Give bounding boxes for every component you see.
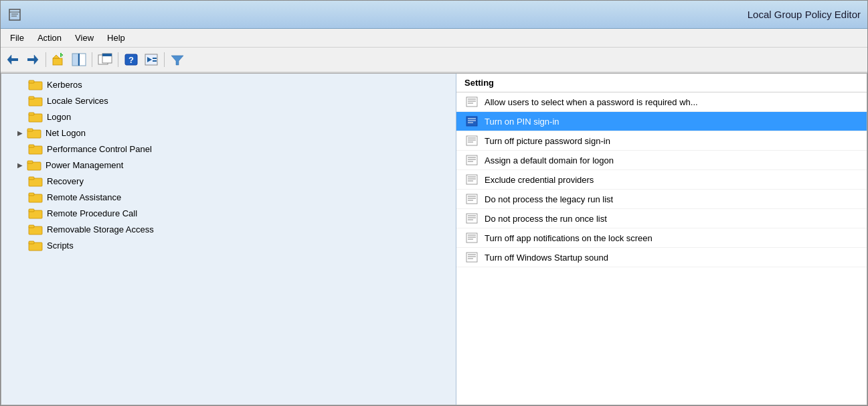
filter-button[interactable] — [168, 50, 187, 69]
svg-rect-7 — [27, 58, 34, 61]
tree-item-logon[interactable]: Logon — [1, 109, 456, 125]
show-hide-button[interactable] — [70, 50, 88, 69]
menu-file[interactable]: File — [3, 31, 31, 45]
main-window: Local Group Policy Editor File Action Vi… — [0, 0, 868, 406]
tree-item-remote-procedure[interactable]: Remote Procedure Call — [1, 205, 456, 221]
setting-label-legacy-run: Do not process the legacy run list — [485, 194, 613, 204]
svg-rect-5 — [11, 58, 18, 61]
svg-rect-51 — [466, 117, 477, 126]
folder-up-button[interactable] — [50, 50, 68, 69]
svg-rect-47 — [466, 97, 477, 107]
setting-turn-off-picture[interactable]: Turn off picture password sign-in — [456, 131, 867, 151]
tree-item-remote-procedure-label: Remote Procedure Call — [47, 208, 137, 218]
menu-help[interactable]: Help — [100, 31, 132, 45]
svg-rect-79 — [466, 253, 477, 262]
toolbar-sep-4 — [164, 52, 165, 67]
tree-item-remote-assistance-label: Remote Assistance — [47, 192, 121, 202]
svg-marker-9 — [53, 55, 60, 58]
tree-item-removable-storage[interactable]: Removable Storage Access — [1, 221, 456, 237]
cmd-mode-button[interactable] — [142, 50, 161, 69]
svg-rect-59 — [466, 155, 477, 165]
setting-label-credential: Exclude credential providers — [485, 175, 594, 185]
app-icon — [7, 7, 22, 22]
tree-item-power-management[interactable]: ▶ Power Management — [1, 157, 456, 173]
setting-legacy-run[interactable]: Do not process the legacy run list — [456, 190, 867, 209]
title-bar: Local Group Policy Editor — [1, 1, 867, 29]
help-button[interactable]: ? — [122, 50, 141, 69]
svg-rect-26 — [29, 80, 34, 83]
tree-item-net-logon-label: Net Logon — [46, 128, 86, 138]
window-title: Local Group Policy Editor — [27, 9, 861, 20]
setting-label-picture: Turn off picture password sign-in — [485, 136, 610, 146]
setting-allow-users-password[interactable]: Allow users to select when a password is… — [456, 92, 867, 112]
setting-assign-default-domain[interactable]: Assign a default domain for logon — [456, 151, 867, 170]
content-area: Kerberos Locale Services Log — [1, 73, 867, 405]
setting-icon-legacy-run — [464, 193, 479, 205]
svg-rect-75 — [466, 233, 477, 243]
menu-view[interactable]: View — [68, 31, 100, 45]
new-window-button[interactable] — [96, 50, 114, 69]
tree-item-remote-assistance[interactable]: Remote Assistance — [1, 189, 456, 205]
svg-rect-67 — [466, 194, 477, 204]
forward-button[interactable] — [23, 50, 42, 69]
setting-startup-sound[interactable]: Turn off Windows Startup sound — [456, 248, 867, 267]
svg-rect-32 — [27, 129, 33, 131]
tree-item-locale-services[interactable]: Locale Services — [1, 92, 456, 109]
setting-icon-domain — [464, 154, 479, 166]
tree-item-recovery[interactable]: Recovery — [1, 173, 456, 189]
tree-item-kerberos[interactable]: Kerberos — [1, 76, 456, 92]
right-pane-header: Setting — [456, 74, 867, 92]
setting-icon-startup-sound — [464, 251, 479, 263]
tree-arrow-net-logon: ▶ — [15, 127, 25, 138]
svg-rect-40 — [29, 193, 34, 196]
svg-marker-4 — [7, 55, 11, 64]
tree-item-power-management-label: Power Management — [46, 160, 123, 170]
setting-icon-notifications — [464, 232, 479, 244]
tree-area[interactable]: Kerberos Locale Services Log — [1, 74, 456, 405]
menu-bar: File Action View Help — [1, 29, 867, 48]
svg-rect-22 — [153, 58, 157, 59]
svg-rect-44 — [29, 225, 34, 228]
tree-item-performance-label: Performance Control Panel — [47, 144, 152, 154]
right-pane[interactable]: Setting Allow users to select when a pas… — [456, 74, 867, 405]
toolbar-sep-3 — [118, 52, 118, 67]
toolbar: ? — [1, 48, 867, 73]
svg-marker-24 — [171, 56, 183, 65]
tree-item-performance[interactable]: Performance Control Panel — [1, 141, 456, 157]
tree-item-kerberos-label: Kerberos — [47, 80, 82, 90]
tree-item-logon-label: Logon — [47, 112, 71, 122]
tree-item-scripts-label: Scripts — [47, 241, 74, 251]
setting-icon-pin — [464, 115, 479, 127]
back-button[interactable] — [3, 50, 22, 69]
setting-exclude-credential[interactable]: Exclude credential providers — [456, 170, 867, 190]
svg-rect-34 — [29, 145, 34, 147]
settings-list: Allow users to select when a password is… — [456, 92, 867, 267]
setting-label-run-once: Do not process the run once list — [485, 214, 607, 224]
svg-rect-30 — [29, 113, 34, 115]
tree-item-recovery-label: Recovery — [47, 176, 84, 186]
setting-label-notifications: Turn off app notifications on the lock s… — [485, 233, 653, 243]
tree-arrow-power-management: ▶ — [15, 159, 25, 170]
tree-item-net-logon[interactable]: ▶ Net Logon — [1, 125, 456, 141]
svg-rect-36 — [27, 161, 33, 163]
setting-label-startup-sound: Turn off Windows Startup sound — [485, 253, 608, 263]
toolbar-sep-1 — [46, 52, 46, 67]
tree-item-removable-storage-label: Removable Storage Access — [47, 224, 154, 234]
svg-rect-71 — [466, 214, 477, 223]
tree-item-scripts[interactable]: Scripts — [1, 237, 456, 253]
svg-rect-12 — [72, 54, 78, 66]
setting-app-notifications[interactable]: Turn off app notifications on the lock s… — [456, 228, 867, 248]
setting-run-once[interactable]: Do not process the run once list — [456, 209, 867, 228]
svg-rect-63 — [466, 175, 477, 184]
svg-rect-55 — [466, 136, 477, 145]
setting-turn-on-pin[interactable]: Turn on PIN sign-in — [456, 112, 867, 131]
setting-label-pin: Turn on PIN sign-in — [485, 117, 559, 127]
svg-marker-6 — [34, 55, 38, 64]
tree-item-locale-services-label: Locale Services — [47, 96, 108, 106]
setting-icon-credential — [464, 174, 479, 186]
svg-rect-28 — [29, 96, 34, 99]
svg-rect-13 — [79, 54, 86, 66]
toolbar-sep-2 — [92, 52, 92, 67]
menu-action[interactable]: Action — [31, 31, 68, 45]
svg-rect-38 — [29, 177, 34, 180]
